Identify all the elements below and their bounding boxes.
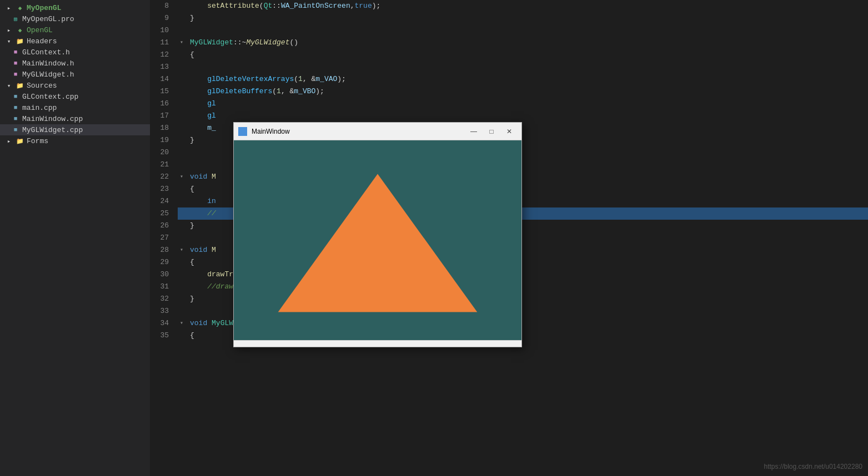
floating-scrollbar[interactable]: [234, 340, 521, 347]
line-num-29: 29: [150, 256, 178, 269]
line-content-12: {: [185, 49, 868, 61]
sidebar-item-forms[interactable]: ▸ 📁 Forms: [0, 135, 150, 146]
line-num-27: 27: [150, 232, 178, 244]
pro-file-label: MyOpenGL.pro: [22, 15, 74, 23]
floating-mainwindow: MainWindow — □ ✕: [233, 122, 522, 347]
opengl-icon: ◆: [16, 26, 24, 34]
line-content-15: glDeleteBuffers(1, &m_VBO);: [185, 85, 868, 98]
mainwindow-h-label: MainWindow.h: [22, 59, 74, 68]
line-num-34: 34: [150, 317, 178, 330]
code-line-8: 8 setAttribute(Qt::WA_PaintOnScreen,true…: [150, 0, 868, 12]
line-num-32: 32: [150, 293, 178, 305]
line-num-18: 18: [150, 122, 178, 134]
sidebar-item-myglwidget-cpp[interactable]: ■ MyGLWidget.cpp: [0, 124, 150, 135]
forms-label: Forms: [27, 137, 48, 145]
editor-area: 8 setAttribute(Qt::WA_PaintOnScreen,true…: [150, 0, 868, 476]
code-line-15: 15 glDeleteBuffers(1, &m_VBO);: [150, 85, 868, 98]
line-num-21: 21: [150, 159, 178, 171]
line-num-25: 25: [150, 207, 178, 220]
triangle-svg: [234, 140, 521, 340]
sources-label: Sources: [27, 82, 57, 90]
myglwidget-h-label: MyGLWidget.h: [22, 70, 74, 79]
line-num-11: 11: [150, 37, 178, 49]
line-num-15: 15: [150, 85, 178, 98]
line-num-13: 13: [150, 61, 178, 73]
maximize-button[interactable]: □: [484, 125, 499, 138]
sidebar-item-myopengl[interactable]: ▸ ◆ MyOpenGL: [0, 2, 150, 13]
main-cpp-label: main.cpp: [22, 104, 57, 112]
line-num-35: 35: [150, 330, 178, 342]
line-num-9: 9: [150, 12, 178, 24]
close-button[interactable]: ✕: [501, 125, 517, 138]
line-content-9: }: [185, 12, 868, 24]
sidebar: ▸ ◆ MyOpenGL ⊞ MyOpenGL.pro ▸ ◆ OpenGL ▾…: [0, 0, 150, 476]
floating-canvas: [234, 140, 521, 340]
sidebar-item-mainwindow-cpp[interactable]: ■ MainWindow.cpp: [0, 113, 150, 124]
line-num-33: 33: [150, 305, 178, 317]
cpp-file-icon: ■: [11, 92, 20, 101]
line-num-16: 16: [150, 98, 178, 110]
code-line-16: 16 gl: [150, 98, 868, 110]
code-line-10: 10: [150, 24, 868, 37]
line-content-16: gl: [185, 98, 868, 110]
line-num-26: 26: [150, 220, 178, 232]
sidebar-item-main-cpp[interactable]: ■ main.cpp: [0, 102, 150, 113]
sidebar-item-headers[interactable]: ▾ 📁 Headers: [0, 36, 150, 47]
line-num-12: 12: [150, 49, 178, 61]
line-content-11: MyGLWidget::~MyGLWidget(): [185, 37, 868, 49]
sidebar-item-glcontext-h[interactable]: ■ GLContext.h: [0, 47, 150, 58]
chevron-down-icon: ▸: [4, 3, 13, 12]
project-label: MyOpenGL: [27, 4, 61, 12]
sidebar-item-myglwidget-h[interactable]: ■ MyGLWidget.h: [0, 69, 150, 80]
line-num-8: 8: [150, 0, 178, 12]
code-line-17: 17 gl: [150, 110, 868, 122]
pro-file-icon: ⊞: [11, 14, 20, 23]
sources-folder-icon: 📁: [16, 81, 24, 90]
floating-titlebar: MainWindow — □ ✕: [234, 123, 521, 140]
line-content-14: glDeleteVertexArrays(1, &m_VAO);: [185, 73, 868, 85]
line-num-19: 19: [150, 134, 178, 146]
mainwindow-cpp-label: MainWindow.cpp: [22, 115, 83, 123]
line-num-28: 28: [150, 244, 178, 256]
floating-title: MainWindow: [252, 128, 461, 135]
line-num-23: 23: [150, 183, 178, 195]
win-app-icon: [238, 127, 247, 136]
line-num-31: 31: [150, 281, 178, 293]
chevron-right-icon2: ▸: [4, 136, 13, 145]
opengl-label: OpenGL: [27, 26, 53, 34]
myglwidget-cpp-label: MyGLWidget.cpp: [22, 126, 83, 134]
h-file-icon2: ■: [11, 59, 20, 68]
cpp-file-icon2: ■: [11, 103, 20, 112]
line-num-24: 24: [150, 195, 178, 207]
sidebar-item-mainwindow-h[interactable]: ■ MainWindow.h: [0, 58, 150, 69]
line-content-17: gl: [185, 110, 868, 122]
line-num-22: 22: [150, 171, 178, 183]
code-line-11: 11 ▾ MyGLWidget::~MyGLWidget(): [150, 37, 868, 49]
line-num-10: 10: [150, 24, 178, 37]
editor-content[interactable]: 8 setAttribute(Qt::WA_PaintOnScreen,true…: [150, 0, 868, 476]
chevron-down-icon2: ▾: [4, 37, 13, 45]
line-content-10: [185, 24, 868, 37]
watermark: https://blog.csdn.net/u014202280: [764, 463, 862, 470]
sidebar-item-sources[interactable]: ▾ 📁 Sources: [0, 80, 150, 91]
h-file-icon: ■: [11, 48, 20, 57]
cpp-file-icon4: ■: [11, 125, 20, 134]
line-content-8: setAttribute(Qt::WA_PaintOnScreen,true);: [185, 0, 868, 12]
line-content-13: [185, 61, 868, 73]
minimize-button[interactable]: —: [466, 125, 481, 138]
win-controls: — □ ✕: [466, 125, 517, 138]
line-num-14: 14: [150, 73, 178, 85]
line-num-30: 30: [150, 269, 178, 281]
chevron-right-icon: ▸: [4, 26, 13, 34]
sidebar-item-glcontext-cpp[interactable]: ■ GLContext.cpp: [0, 91, 150, 102]
h-file-icon3: ■: [11, 70, 20, 79]
chevron-down-icon3: ▾: [4, 81, 13, 90]
sidebar-item-myopengl-pro[interactable]: ⊞ MyOpenGL.pro: [0, 13, 150, 24]
folder-icon: 📁: [16, 37, 24, 45]
line-num-20: 20: [150, 146, 178, 159]
project-icon: ◆: [16, 3, 24, 12]
sidebar-item-opengl[interactable]: ▸ ◆ OpenGL: [0, 24, 150, 36]
headers-label: Headers: [27, 37, 57, 45]
cpp-file-icon3: ■: [11, 114, 20, 123]
code-line-14: 14 glDeleteVertexArrays(1, &m_VAO);: [150, 73, 868, 85]
